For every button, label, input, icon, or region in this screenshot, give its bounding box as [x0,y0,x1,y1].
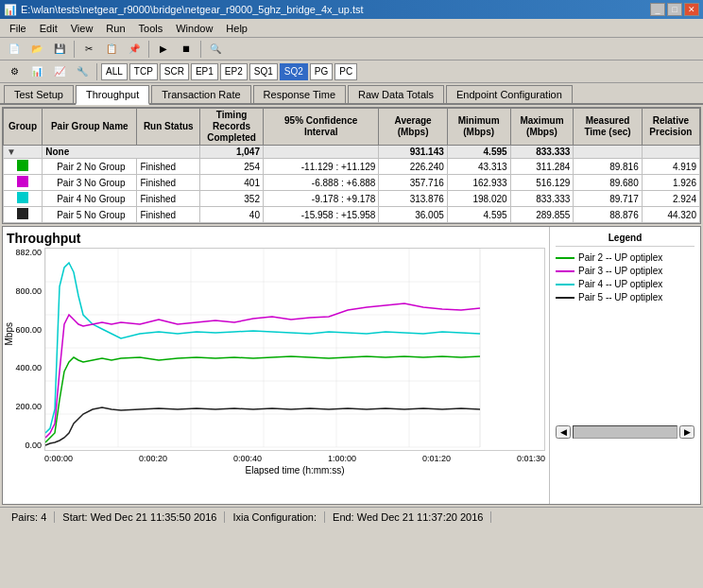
tag-all[interactable]: ALL [101,63,128,80]
tb-icon-4[interactable]: 🔧 [72,62,93,81]
tag-sq2[interactable]: SQ2 [280,63,308,80]
tag-ep1[interactable]: EP1 [191,63,218,80]
menu-view[interactable]: View [65,21,99,36]
tab-endpoint-config[interactable]: Endpoint Configuration [446,85,573,103]
none-maximum: 833.333 [510,146,574,159]
none-label: None [43,146,200,159]
none-minimum: 4.595 [447,146,510,159]
line-pair3 [45,303,480,438]
tab-test-setup[interactable]: Test Setup [4,85,74,103]
legend-scroll: ◀ ▶ [556,416,694,439]
line-pair5 [45,407,480,445]
legend-line-pair4 [556,284,574,285]
paste-button[interactable]: 📌 [124,40,145,59]
cut-button[interactable]: ✂ [78,40,99,59]
y-tick-3: 400.00 [15,363,42,372]
close-button[interactable]: ✕ [684,3,699,16]
tag-tcp[interactable]: TCP [129,63,158,80]
row3-records: 352 [200,191,264,207]
menu-run[interactable]: Run [100,21,130,36]
copy-button[interactable]: 📋 [101,40,122,59]
col-records: Timing Records Completed [200,109,264,146]
row2-max: 516.129 [510,175,574,191]
tab-transaction-rate[interactable]: Transaction Rate [151,85,250,103]
app-icon: 📊 [4,4,17,16]
zoom-button[interactable]: 🔍 [205,40,226,59]
row1-ci: -11.129 : +11.129 [263,159,378,175]
none-expand[interactable]: ▼ [4,146,43,159]
row2-status: Finished [137,175,200,191]
row3-time: 89.717 [574,191,642,207]
tb-icon-2[interactable]: 📊 [26,62,47,81]
tab-throughput[interactable]: Throughput [76,85,149,105]
row2-ci: -6.888 : +6.888 [263,175,378,191]
row1-rp: 4.919 [642,159,699,175]
col-pair-group-name: Pair Group Name [43,109,137,146]
col-maximum: Maximum (Mbps) [510,109,574,146]
status-pairs: Pairs: 4 [4,511,55,523]
y-tick-1: 0.00 [25,441,42,450]
legend-label-pair5: Pair 5 -- UP optiplex [578,292,662,303]
menu-edit[interactable]: Edit [34,21,63,36]
col-time: Measured Time (sec) [574,109,642,146]
toolbar-separator-2 [148,41,149,58]
x-tick-3: 0:00:40 [233,454,262,463]
row3-ci: -9.178 : +9.178 [263,191,378,207]
scroll-thumb[interactable] [573,425,677,439]
new-button[interactable]: 📄 [4,40,25,59]
maximize-button[interactable]: □ [667,3,682,16]
tb-icon-1[interactable]: ⚙ [4,62,25,81]
tb-icon-3[interactable]: 📈 [49,62,70,81]
menu-tools[interactable]: Tools [133,21,169,36]
row3-rp: 2.924 [642,191,699,207]
table-row: Pair 2 No Group Finished 254 -11.129 : +… [4,159,700,175]
window-controls: _ □ ✕ [650,3,699,16]
row3-icon [4,191,43,207]
chart-legend: Legend Pair 2 -- UP optiplex Pair 3 -- U… [549,227,700,504]
toolbar-1: 📄 📂 💾 ✂ 📋 📌 ▶ ⏹ 🔍 [0,38,703,61]
scroll-left-button[interactable]: ◀ [556,425,571,439]
menu-file[interactable]: File [4,21,32,36]
row3-min: 198.020 [447,191,510,207]
row2-records: 401 [200,175,264,191]
tab-response-time[interactable]: Response Time [253,85,346,103]
row3-status: Finished [137,191,200,207]
row4-max: 289.855 [510,207,574,223]
col-ci: 95% Confidence Interval [263,109,378,146]
minimize-button[interactable]: _ [650,3,665,16]
tag-sq1[interactable]: SQ1 [249,63,278,80]
save-button[interactable]: 💾 [49,40,70,59]
row3-max: 833.333 [510,191,574,207]
open-button[interactable]: 📂 [26,40,47,59]
row1-records: 254 [200,159,264,175]
row2-avg: 357.716 [379,175,447,191]
menu-help[interactable]: Help [220,21,253,36]
tag-scr[interactable]: SCR [160,63,189,80]
chart-svg [44,248,545,451]
menu-window[interactable]: Window [170,21,218,36]
menu-bar: File Edit View Run Tools Window Help [0,19,703,38]
stop-button[interactable]: ⏹ [176,40,197,59]
tag-pc[interactable]: PC [334,63,357,80]
run-button[interactable]: ▶ [153,40,174,59]
tag-pg[interactable]: PG [310,63,333,80]
table-row: Pair 3 No Group Finished 401 -6.888 : +6… [4,175,700,191]
tab-raw-data-totals[interactable]: Raw Data Totals [348,85,444,103]
row4-icon [4,207,43,223]
col-minimum: Minimum (Mbps) [447,109,510,146]
none-group-row: ▼ None 1,047 931.143 4.595 833.333 [4,146,700,159]
tag-ep2[interactable]: EP2 [220,63,248,80]
row2-name: Pair 3 No Group [43,175,137,191]
row1-avg: 226.240 [379,159,447,175]
status-ixia: Ixia Configuration: [225,511,325,523]
y-tick-2: 200.00 [15,402,42,411]
legend-line-pair3 [556,270,574,272]
row3-avg: 313.876 [379,191,447,207]
none-average: 931.143 [379,146,447,159]
status-end: End: Wed Dec 21 11:37:20 2016 [325,511,491,523]
y-tick-6: 882.00 [15,248,42,257]
scroll-right-button[interactable]: ▶ [679,425,694,439]
y-tick-5: 800.00 [15,286,42,296]
row4-rp: 44.320 [642,207,699,223]
row3-name: Pair 4 No Group [43,191,137,207]
